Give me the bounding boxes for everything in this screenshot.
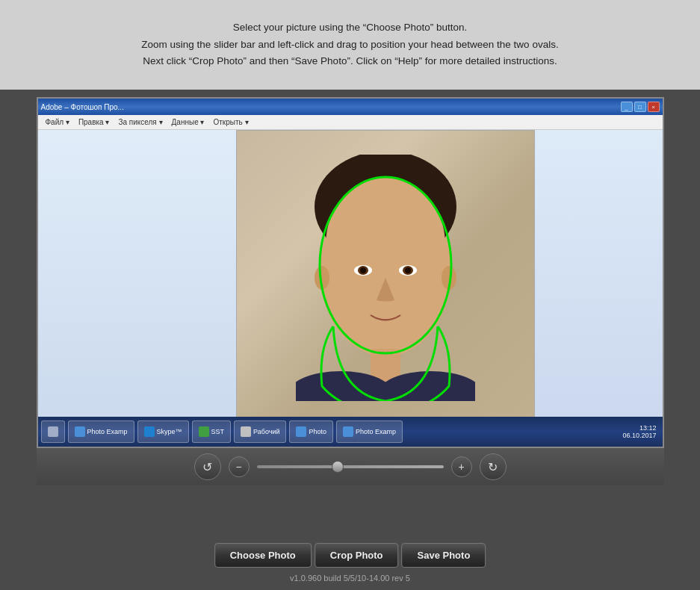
taskbar-btn-5[interactable]: Photo — [289, 420, 333, 443]
start-icon — [48, 426, 58, 437]
photo-background — [237, 131, 534, 424]
menu-image[interactable]: За пикселя ▾ — [114, 118, 167, 126]
taskbar-btn-2[interactable]: Skype™ — [137, 420, 189, 443]
main-area: Adobe – Фотошоп Про... _ □ × Файл ▾ Прав… — [0, 90, 700, 485]
screenshot-sidebar — [38, 130, 236, 417]
version-text: v1.0.960 build 5/5/10-14.00 rev 5 — [290, 574, 410, 583]
minimize-button[interactable]: _ — [621, 102, 633, 112]
crop-photo-button[interactable]: Crop Photo — [315, 543, 399, 568]
photo-frame — [236, 130, 535, 425]
taskbar-icon-6 — [343, 426, 353, 437]
taskbar-btn-3[interactable]: SST — [192, 420, 232, 443]
taskbar-icon-2 — [144, 426, 155, 437]
taskbar-clock: 13:12 06.10.2017 — [622, 424, 659, 439]
maximize-button[interactable]: □ — [634, 102, 646, 112]
menu-layer[interactable]: Данные ▾ — [167, 118, 209, 126]
svg-point-6 — [360, 267, 366, 273]
menu-open[interactable]: Открыть ▾ — [208, 118, 253, 126]
rotate-right-button[interactable]: ↻ — [480, 453, 507, 480]
window-title: Adobe – Фотошоп Про... — [41, 103, 621, 111]
window-controls: _ □ × — [621, 102, 660, 112]
zoom-plus-button[interactable]: + — [451, 456, 472, 477]
window-titlebar: Adobe – Фотошоп Про... _ □ × — [38, 99, 663, 115]
win-taskbar: Photo Examp Skype™ SST Рабочий Photo Pho… — [38, 417, 663, 447]
window-menubar: Файл ▾ Правка ▾ За пикселя ▾ Данные ▾ От… — [38, 115, 663, 130]
taskbar-icon-5 — [296, 426, 306, 437]
taskbar-start[interactable] — [41, 420, 65, 443]
instruction-line-2: Zoom using the slider bar and left-click… — [30, 37, 670, 54]
menu-file[interactable]: Файл ▾ — [41, 118, 74, 126]
taskbar-btn-1[interactable]: Photo Examp — [68, 420, 134, 443]
zoom-slider-track — [257, 465, 444, 468]
taskbar-icon-4 — [241, 426, 251, 437]
face-svg — [296, 155, 475, 401]
bottom-buttons: Choose Photo Crop Photo Save Photo — [214, 543, 486, 568]
taskbar-btn-6[interactable]: Photo Examp — [336, 420, 403, 443]
save-photo-button[interactable]: Save Photo — [402, 543, 486, 568]
rotate-left-button[interactable]: ↺ — [194, 453, 221, 480]
choose-photo-button[interactable]: Choose Photo — [214, 543, 312, 568]
screenshot-container: Adobe – Фотошоп Про... _ □ × Файл ▾ Прав… — [37, 97, 664, 448]
screenshot-right-panel — [535, 130, 663, 417]
close-button[interactable]: × — [648, 102, 660, 112]
taskbar-icon-3 — [199, 426, 209, 437]
instruction-line-1: Select your picture using the “Choose Ph… — [30, 19, 670, 37]
svg-point-9 — [405, 267, 411, 273]
slider-area: ↺ − + ↻ — [37, 448, 664, 485]
zoom-minus-button[interactable]: − — [229, 456, 250, 477]
taskbar-btn-4[interactable]: Рабочий — [234, 420, 286, 443]
menu-edit[interactable]: Правка ▾ — [74, 118, 114, 126]
instruction-line-3: Next click “Crop Photo” and then “Save P… — [30, 53, 670, 70]
taskbar-icon-1 — [75, 426, 85, 437]
instructions-panel: Select your picture using the “Choose Ph… — [0, 0, 700, 90]
zoom-slider-thumb[interactable] — [332, 461, 344, 473]
